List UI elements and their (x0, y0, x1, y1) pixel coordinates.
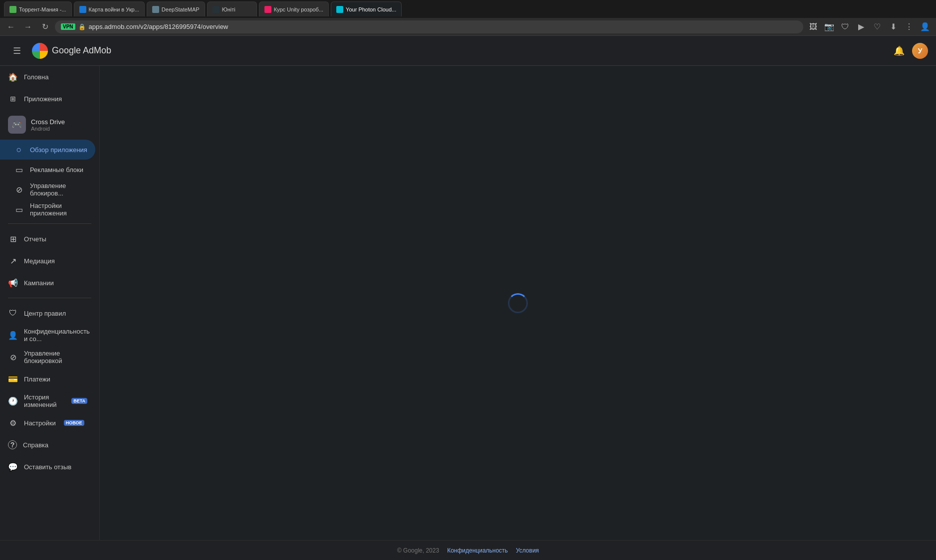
lock-icon: 🔒 (78, 23, 86, 30)
sidebar-mediation-label: Медиация (24, 257, 55, 265)
app-settings-icon: ▭ (14, 204, 24, 214)
sidebar-ad-units-label: Рекламные блоки (30, 166, 83, 174)
sidebar-privacy-label: Конфиденциальность и со... (24, 328, 90, 343)
browser-toolbar-right: 🖼 📷 🛡 ▶ ♡ ⬇ ⋮ 👤 (806, 20, 932, 34)
sidebar-item-help[interactable]: ? Справка (0, 434, 95, 456)
app-footer: © Google, 2023 Конфиденциальность Услови… (0, 540, 936, 560)
sidebar-sub-item-ad-units[interactable]: ▭ Рекламные блоки (0, 160, 95, 180)
tab-2-favicon (79, 6, 86, 13)
sidebar-divider-2 (8, 298, 91, 298)
app-header: ☰ Google AdMob 🔔 У (0, 36, 936, 66)
hamburger-menu-button[interactable]: ☰ (8, 42, 26, 60)
sidebar-sub-item-block-manage[interactable]: ⊘ Управление блокиров... (0, 180, 95, 199)
sidebar-item-campaigns[interactable]: 📢 Кампании (0, 272, 95, 294)
download-icon[interactable]: ⬇ (886, 20, 900, 34)
admob-logo-circle (32, 43, 48, 59)
sidebar-feedback-label: Оставить отзыв (24, 463, 71, 471)
sidebar-payments-label: Платежи (24, 375, 50, 383)
vpn-badge: VPN (61, 23, 75, 30)
sidebar-item-apps[interactable]: ⊞ Приложения (0, 88, 95, 110)
sidebar-app-settings-label: Настройки приложения (30, 202, 87, 217)
sidebar-history-label: История изменений (24, 393, 63, 408)
app-info: Cross Drive Android (31, 118, 65, 132)
sidebar-campaigns-label: Кампании (24, 279, 54, 287)
sidebar-sub-item-overview[interactable]: ○ Обзор приложения (0, 140, 95, 160)
tab-bar: Торрент-Мания -... Карта войни в Укр... … (0, 0, 936, 18)
sidebar-item-block-control[interactable]: ⊘ Управление блокировкой (0, 346, 95, 368)
bell-icon: 🔔 (894, 45, 905, 56)
avatar[interactable]: У (912, 43, 928, 59)
sidebar-item-policy-center[interactable]: 🛡 Центр правил (0, 302, 95, 324)
history-badge: BETA (71, 398, 87, 404)
heart-icon[interactable]: ♡ (870, 20, 884, 34)
sidebar-home-label: Головна (24, 73, 48, 81)
sidebar-item-payments[interactable]: 💳 Платежи (0, 368, 95, 390)
home-icon: 🏠 (8, 72, 18, 82)
policy-icon: 🛡 (8, 308, 18, 318)
tab-6-favicon (336, 6, 343, 13)
footer-privacy-link[interactable]: Конфиденциальность (447, 547, 508, 554)
tab-6[interactable]: Your Photon Cloud... (331, 1, 402, 16)
app-name: Cross Drive (31, 118, 65, 126)
menu-dots-icon[interactable]: ⋮ (902, 20, 916, 34)
settings-icon: ⚙ (8, 418, 18, 428)
tab-5[interactable]: Курс Unity розроб... (259, 1, 329, 16)
admob-logo: Google AdMob (32, 43, 111, 59)
tab-5-favicon (264, 6, 271, 13)
play-icon[interactable]: ▶ (854, 20, 868, 34)
loading-spinner (508, 293, 528, 313)
tab-3-favicon (152, 6, 159, 13)
block-manage-icon: ⊘ (14, 185, 24, 194)
tab-5-label: Курс Unity розроб... (274, 6, 323, 12)
sidebar-sub-item-app-settings[interactable]: ▭ Настройки приложения (0, 199, 95, 219)
mediation-icon: ↗ (8, 256, 18, 266)
sidebar-overview-label: Обзор приложения (30, 146, 87, 154)
main-content: 🏠 Головна ⊞ Приложения 🎮 Cross Drive And… (0, 66, 936, 540)
tab-2[interactable]: Карта войни в Укр... (74, 1, 145, 16)
footer-terms-link[interactable]: Условия (516, 547, 539, 554)
sidebar-app-entry[interactable]: 🎮 Cross Drive Android (0, 112, 95, 138)
person-icon[interactable]: 👤 (918, 20, 932, 34)
tab-4[interactable]: Юніті (207, 1, 257, 16)
address-bar[interactable]: VPN 🔒 apps.admob.com/v2/apps/8126995974/… (55, 20, 803, 33)
reports-icon: ⊞ (8, 234, 18, 244)
sidebar-item-mediation[interactable]: ↗ Медиация (0, 250, 95, 272)
browser-chrome: Торрент-Мания -... Карта войни в Укр... … (0, 0, 936, 36)
sidebar-item-privacy[interactable]: 👤 Конфиденциальность и со... (0, 324, 95, 346)
payments-icon: 💳 (8, 374, 18, 384)
sidebar-settings-label: Настройки (24, 419, 56, 427)
sidebar-item-feedback[interactable]: 💬 Оставить отзыв (0, 456, 95, 478)
settings-badge: НОВОЕ (64, 420, 84, 426)
campaigns-icon: 📢 (8, 278, 18, 288)
back-button[interactable]: ← (4, 20, 18, 34)
hamburger-icon: ☰ (13, 45, 21, 56)
help-icon: ? (8, 440, 17, 449)
sidebar-item-history[interactable]: 🕐 История изменений BETA (0, 390, 95, 412)
sidebar-policy-label: Центр правил (24, 310, 66, 317)
sidebar-block-manage-label: Управление блокиров... (30, 182, 87, 197)
history-icon: 🕐 (8, 396, 18, 406)
feedback-icon: 💬 (8, 462, 18, 472)
screenshot-icon[interactable]: 🖼 (806, 20, 820, 34)
sidebar-item-home[interactable]: 🏠 Головна (0, 66, 95, 88)
block-control-icon: ⊘ (8, 352, 18, 362)
reload-button[interactable]: ↻ (38, 20, 52, 34)
tab-1[interactable]: Торрент-Мания -... (4, 1, 72, 16)
shield-icon[interactable]: 🛡 (838, 20, 852, 34)
sidebar-reports-label: Отчеты (24, 235, 46, 243)
tab-3[interactable]: DeepStateMAP (147, 1, 205, 16)
notification-bell-button[interactable]: 🔔 (890, 42, 908, 60)
tab-1-favicon (9, 6, 16, 13)
page-content (100, 66, 936, 540)
app-icon: 🎮 (8, 116, 26, 134)
camera-icon[interactable]: 📷 (822, 20, 836, 34)
avatar-initials: У (918, 47, 923, 55)
sidebar-divider-1 (8, 223, 91, 224)
sidebar-apps-label: Приложения (24, 95, 62, 103)
sidebar-item-reports[interactable]: ⊞ Отчеты (0, 228, 95, 250)
sidebar-item-settings[interactable]: ⚙ Настройки НОВОЕ (0, 412, 95, 434)
sidebar-help-label: Справка (23, 441, 48, 449)
forward-button[interactable]: → (21, 20, 35, 34)
url-text: apps.admob.com/v2/apps/8126995974/overvi… (89, 23, 229, 30)
app-wrapper: ☰ Google AdMob 🔔 У 🏠 Головна (0, 36, 936, 560)
